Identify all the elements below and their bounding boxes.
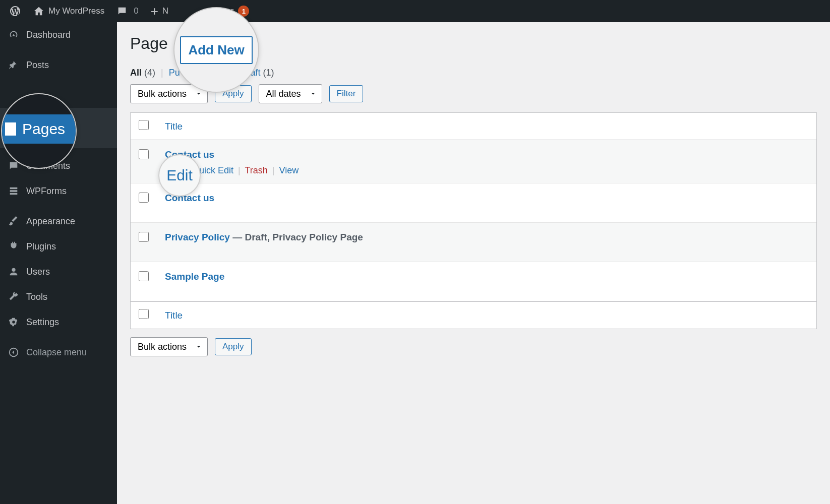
sidebar-item-settings[interactable]: Settings	[0, 309, 117, 335]
wrench-icon	[8, 291, 19, 302]
sidebar-item-comments[interactable]: Comments	[0, 153, 117, 178]
action-view[interactable]: View	[279, 165, 299, 175]
sidebar-item-appearance[interactable]: Appearance	[0, 209, 117, 234]
table-row: Contact us	[131, 183, 816, 223]
row-title-link[interactable]: Contact us	[165, 193, 214, 203]
admin-bar: My WordPress 0 + N rms 1	[0, 0, 830, 22]
posts-label: Posts	[26, 60, 49, 71]
row-checkbox[interactable]	[139, 271, 149, 281]
collapse-menu[interactable]: Collapse menu	[0, 340, 117, 365]
post-state: — Draft, Privacy Policy Page	[230, 232, 363, 242]
table-row: Privacy Policy — Draft, Privacy Policy P…	[131, 223, 816, 262]
wordpress-icon	[9, 5, 21, 17]
adminbar-comments[interactable]: 0	[110, 0, 144, 22]
wp-logo[interactable]	[3, 0, 27, 22]
row-checkbox[interactable]	[139, 193, 149, 203]
sidebar-item-wpforms[interactable]: WPForms	[0, 178, 117, 204]
adminbar-new[interactable]: + N	[145, 0, 174, 22]
comment-icon	[116, 6, 128, 17]
date-filter-select[interactable]: All dates	[259, 84, 322, 103]
pages-submenu: A Add New	[0, 108, 117, 148]
filter-all[interactable]: All (4)	[130, 68, 158, 78]
sidebar-item-tools[interactable]: Tools	[0, 284, 117, 309]
sub-item-add-new[interactable]: Add New	[0, 128, 117, 148]
filter-draft[interactable]: Draft (1)	[241, 68, 274, 78]
row-title-link[interactable]: Sample Page	[165, 271, 224, 282]
action-quick-edit[interactable]: Quick Edit	[192, 165, 233, 175]
main-layout: Dashboard Posts Pages A Add New Comments…	[0, 22, 830, 504]
settings-label: Settings	[26, 317, 59, 328]
tools-label: Tools	[26, 292, 47, 302]
bulk-actions-select[interactable]: Bulk actions	[130, 84, 208, 103]
status-filters: All (4) | Pu | Draft (1)	[130, 68, 817, 78]
admin-sidebar: Dashboard Posts Pages A Add New Comments…	[0, 22, 117, 504]
adminbar-forms[interactable]: rms 1	[174, 0, 255, 22]
filter-button[interactable]: Filter	[329, 85, 364, 102]
sidebar-item-plugins[interactable]: Plugins	[0, 234, 117, 259]
form-icon	[8, 185, 19, 197]
wpforms-label: WPForms	[26, 186, 67, 197]
site-name-label: My WordPress	[48, 6, 104, 16]
plugins-label: Plugins	[26, 241, 56, 252]
row-title-link[interactable]: Privacy Policy	[165, 232, 230, 242]
appearance-label: Appearance	[26, 216, 75, 227]
plus-icon: +	[151, 5, 158, 18]
site-name-item[interactable]: My WordPress	[27, 0, 110, 22]
title-sort-link-footer[interactable]: Title	[165, 310, 183, 321]
page-heading: Page	[130, 34, 168, 53]
row-checkbox[interactable]	[139, 149, 149, 159]
new-label-prefix: N	[162, 6, 168, 16]
title-column-header: Title	[157, 113, 816, 140]
notification-badge: 1	[238, 6, 249, 17]
collapse-label: Collapse menu	[26, 347, 87, 358]
user-icon	[8, 266, 19, 277]
sidebar-item-posts[interactable]: Posts	[0, 52, 117, 78]
dashboard-label: Dashboard	[26, 30, 71, 40]
collapse-icon	[8, 347, 19, 358]
comment-icon	[8, 160, 19, 171]
sub-item-all-pages[interactable]: A	[0, 108, 117, 128]
plugin-icon	[8, 241, 19, 252]
row-checkbox[interactable]	[139, 232, 149, 242]
title-sort-link[interactable]: Title	[165, 121, 183, 132]
users-label: Users	[26, 267, 50, 277]
brush-icon	[8, 216, 19, 227]
check-all-bottom[interactable]	[139, 309, 149, 319]
main-content: Page Add New All (4) | Pu | Draft (1) Bu…	[117, 22, 830, 504]
bulk-actions-select-bottom[interactable]: Bulk actions	[130, 337, 208, 356]
row-title-link[interactable]: Contact us	[165, 149, 214, 160]
apply-button-top[interactable]: Apply	[215, 85, 252, 102]
tablenav-bottom: Bulk actions Apply	[130, 337, 817, 356]
forms-label-suffix: rms	[220, 6, 234, 16]
check-all-top[interactable]	[139, 120, 149, 130]
tablenav-top: Bulk actions Apply All dates Filter	[130, 84, 817, 103]
sidebar-item-users[interactable]: Users	[0, 259, 117, 284]
home-icon	[33, 6, 44, 17]
apply-button-bottom[interactable]: Apply	[215, 338, 252, 355]
pin-icon	[8, 59, 19, 71]
dashboard-icon	[8, 29, 19, 40]
action-trash[interactable]: Trash	[245, 165, 267, 175]
filter-published[interactable]: Pu	[169, 68, 180, 78]
check-all-header	[131, 113, 157, 140]
comment-count: 0	[134, 6, 138, 16]
comments-label: Comments	[26, 161, 70, 171]
row-actions: Quick Edit | Trash | View	[165, 165, 808, 176]
settings-icon	[8, 317, 19, 328]
table-row: Sample Page	[131, 262, 816, 301]
sidebar-item-dashboard[interactable]: Dashboard	[0, 22, 117, 47]
table-row: Contact us Quick Edit | Trash | View	[131, 140, 816, 183]
pages-table: Title Contact us Quick Edit | Trash | Vi	[130, 112, 817, 329]
